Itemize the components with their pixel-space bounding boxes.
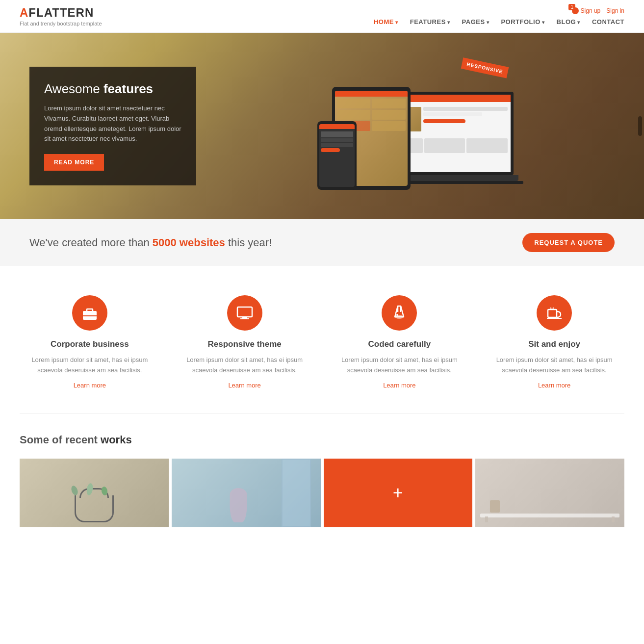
svg-rect-11 — [548, 309, 557, 317]
feature-responsive: Responsive theme Lorem ipsum dolor sit a… — [175, 290, 315, 394]
tablet-screen-bar — [335, 91, 408, 97]
work-item-4-inner — [475, 459, 624, 527]
device-mockup: Responsive — [317, 52, 523, 200]
basket-shape — [75, 495, 114, 522]
phone-screen — [319, 124, 355, 187]
feature-link-2[interactable]: Learn more — [228, 382, 260, 389]
auth-links: 1 Sign up Sign in — [572, 7, 624, 14]
nav-home[interactable]: HOME — [374, 18, 398, 26]
quote-bar: We've created more than 5000 websites th… — [0, 219, 644, 266]
window-shape — [282, 459, 311, 527]
recent-works-title: Some of recent works — [20, 434, 624, 446]
hero-description: Lorem ipsum dolor sit amet nsectetuer ne… — [44, 103, 181, 144]
feature-title-1: Corporate business — [51, 339, 129, 349]
feature-desc-3: Lorem ipsum dolor sit amet, has ei ipsum… — [335, 355, 465, 376]
quote-highlight: 5000 websites — [153, 236, 225, 249]
svg-rect-3 — [237, 307, 252, 317]
hero-devices: Responsive — [226, 33, 615, 219]
logo[interactable]: AFLATTERN — [20, 6, 102, 20]
work-item-4[interactable] — [475, 459, 624, 527]
hero-content: Awesome features Lorem ipsum dolor sit a… — [0, 33, 644, 219]
svg-rect-1 — [87, 309, 93, 312]
feature-desc-1: Lorem ipsum dolor sit amet, has ei ipsum… — [25, 355, 155, 376]
work-item-2[interactable] — [172, 459, 321, 527]
phone-screen-bar — [319, 124, 355, 129]
work-item-1-inner — [20, 459, 169, 527]
features-grid: Corporate business Lorem ipsum dolor sit… — [20, 290, 624, 394]
nav-features[interactable]: FEATURES — [410, 18, 450, 26]
vase-table — [490, 500, 500, 513]
table-top — [480, 514, 619, 517]
table-leg-1 — [485, 516, 488, 522]
feature-coded: Coded carefully Lorem ipsum dolor sit am… — [330, 290, 470, 394]
svg-point-10 — [396, 314, 398, 316]
feature-title-3: Coded carefully — [368, 339, 431, 349]
header-right: 1 Sign up Sign in HOME FEATURES PAGES PO… — [374, 7, 624, 26]
logo-a: A — [20, 6, 28, 19]
feature-title-2: Responsive theme — [208, 339, 282, 349]
vase-shape — [230, 488, 247, 522]
feature-title-4: Sit and enjoy — [528, 339, 580, 349]
recent-works-title-plain: Some of recent — [20, 434, 101, 446]
hero-title-plain: Awesome — [44, 81, 103, 96]
hero-text-box: Awesome features Lorem ipsum dolor sit a… — [29, 67, 196, 185]
nav-portfolio[interactable]: PORTFOLIO — [501, 18, 544, 26]
main-nav: HOME FEATURES PAGES PORTFOLIO BLOG CONTA… — [374, 18, 624, 26]
hero-cta-button[interactable]: READ MORE — [44, 154, 104, 171]
feature-icon-circle-1 — [72, 295, 107, 331]
work-item-3[interactable]: + — [324, 459, 473, 527]
quote-text: We've created more than 5000 websites th… — [29, 236, 272, 249]
feature-link-1[interactable]: Learn more — [74, 382, 106, 389]
feature-link-3[interactable]: Learn more — [383, 382, 415, 389]
phone-device — [317, 121, 357, 190]
nav-blog[interactable]: BLOG — [557, 18, 580, 26]
notification-badge: 1 — [568, 4, 575, 10]
hero-title-bold: features — [103, 81, 153, 96]
logo-text-suffix: FLATTERN — [28, 6, 94, 19]
feature-enjoy: Sit and enjoy Lorem ipsum dolor sit amet… — [484, 290, 624, 394]
site-header: AFLATTERN Flat and trendy bootstrap temp… — [0, 0, 644, 33]
hero-section: Awesome features Lorem ipsum dolor sit a… — [0, 33, 644, 219]
feature-icon-circle-4 — [537, 295, 572, 331]
hero-title: Awesome features — [44, 81, 181, 97]
plant-1 — [70, 485, 79, 496]
table-leg-2 — [612, 516, 615, 522]
work-plus-icon: + — [393, 483, 403, 503]
works-grid: + — [20, 459, 624, 527]
responsive-badge: Responsive — [461, 57, 509, 78]
recent-works-section: Some of recent works + — [0, 414, 644, 537]
nav-contact[interactable]: CONTACT — [592, 18, 624, 26]
coffee-icon — [546, 306, 563, 320]
signup-label: Sign up — [581, 7, 601, 14]
feature-link-4[interactable]: Learn more — [538, 382, 570, 389]
work-item-1[interactable] — [20, 459, 169, 527]
feature-desc-2: Lorem ipsum dolor sit amet, has ei ipsum… — [180, 355, 310, 376]
quote-text-start: We've created more than — [29, 236, 153, 249]
signup-link[interactable]: Sign up — [572, 7, 601, 14]
quote-text-end: this year! — [225, 236, 272, 249]
monitor-icon — [236, 306, 253, 320]
nav-pages[interactable]: PAGES — [462, 18, 489, 26]
feature-icon-circle-3 — [382, 295, 417, 331]
work-item-2-inner — [172, 459, 321, 527]
feature-desc-4: Lorem ipsum dolor sit amet, has ei ipsum… — [489, 355, 619, 376]
svg-point-9 — [395, 315, 404, 319]
logo-tagline: Flat and trendy bootstrap template — [20, 21, 102, 26]
flask-icon — [393, 305, 406, 321]
features-section: Corporate business Lorem ipsum dolor sit… — [0, 266, 644, 413]
request-quote-button[interactable]: REQUEST A QUOTE — [522, 233, 615, 252]
briefcase-icon — [82, 306, 98, 320]
feature-icon-circle-2 — [227, 295, 262, 331]
recent-works-title-bold: works — [101, 434, 132, 446]
signin-link[interactable]: Sign in — [606, 7, 624, 14]
feature-corporate: Corporate business Lorem ipsum dolor sit… — [20, 290, 160, 394]
logo-area: AFLATTERN Flat and trendy bootstrap temp… — [20, 6, 102, 26]
